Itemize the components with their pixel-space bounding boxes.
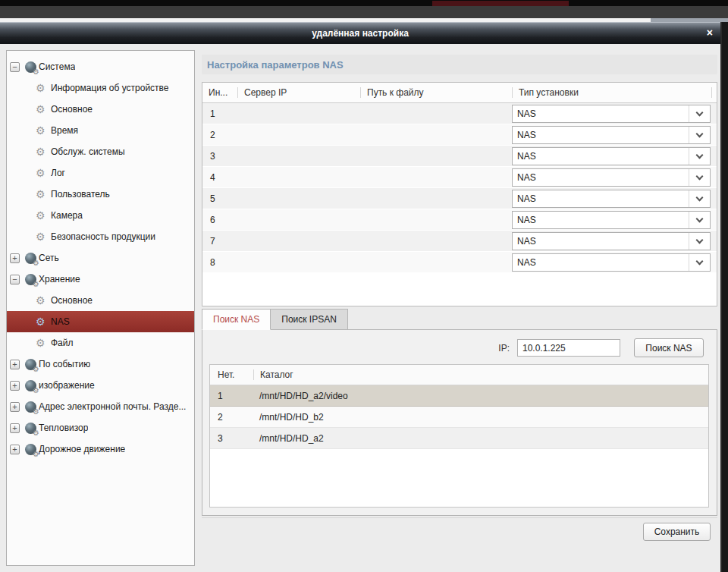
table-row[interactable]: 2 /mnt/HD/HD_b2	[210, 407, 708, 428]
chevron-down-icon[interactable]	[689, 169, 710, 186]
mount-type-dropdown[interactable]: NAS	[512, 147, 711, 165]
table-row[interactable]: 8 NAS	[202, 252, 717, 273]
chevron-down-icon[interactable]	[689, 212, 710, 228]
sidebar-item-label: Хранение	[39, 274, 80, 284]
expand-icon[interactable]: +	[10, 360, 20, 369]
expand-icon[interactable]: +	[10, 253, 20, 263]
close-icon[interactable]: ×	[707, 27, 713, 38]
gear-icon: ⚙	[33, 365, 39, 373]
mount-type-dropdown[interactable]: NAS	[512, 232, 711, 250]
sidebar-item-label: Дорожное движение	[39, 444, 125, 454]
gear-icon: ⚙	[36, 316, 46, 327]
save-button[interactable]: Сохранить	[643, 523, 711, 541]
gear-icon: ⚙	[33, 280, 39, 288]
table-row[interactable]: 1 /mnt/HD/HD_a2/video	[210, 385, 708, 407]
table-row[interactable]: 2 NAS	[202, 124, 717, 146]
sidebar-item-label: Пользователь	[51, 189, 110, 200]
main-panel: Настройка параметров NAS Ин... Сервер IP…	[202, 44, 717, 572]
tab-search-ipsan[interactable]: Поиск IPSAN	[271, 309, 348, 330]
sidebar-item-storage[interactable]: − ⚙ Хранение	[7, 269, 194, 290]
table-row[interactable]: 5 NAS	[202, 188, 717, 209]
expand-icon[interactable]: +	[10, 402, 20, 412]
table-row[interactable]: 1 NAS	[202, 103, 717, 124]
dialog-title: удалённая настройка	[0, 28, 720, 39]
collapse-icon[interactable]: −	[10, 275, 20, 284]
collapse-icon[interactable]: −	[10, 62, 20, 72]
chevron-down-icon[interactable]	[689, 190, 710, 207]
background-app-bar	[0, 0, 728, 22]
category-icon: ⚙	[25, 423, 36, 434]
expand-icon[interactable]: +	[10, 423, 20, 433]
sidebar-item-label: Камера	[51, 210, 83, 221]
table-row[interactable]: 3 /mnt/HD/HD_a2	[210, 428, 708, 449]
expand-icon[interactable]: +	[10, 445, 20, 454]
sidebar-item-email[interactable]: + ⚙ Адрес электронной почты. Разде...	[7, 396, 194, 417]
category-icon: ⚙	[25, 274, 36, 285]
gear-icon: ⚙	[33, 407, 39, 416]
table-row[interactable]: 7 NAS	[202, 231, 717, 252]
sidebar-item-label: Основное	[51, 104, 93, 115]
sidebar-item-file[interactable]: ⚙ Файл	[7, 332, 194, 354]
search-nas-button[interactable]: Поиск NAS	[634, 338, 704, 357]
sidebar-item-thermal[interactable]: + ⚙ Тепловизор	[7, 417, 194, 438]
sidebar-item-image[interactable]: + ⚙ изображение	[7, 375, 194, 396]
category-icon: ⚙	[25, 444, 36, 455]
sidebar-item-traffic[interactable]: + ⚙ Дорожное движение	[7, 438, 194, 460]
table-row[interactable]: 3 NAS	[202, 146, 717, 167]
sidebar-item-network[interactable]: + ⚙ Сеть	[7, 247, 194, 269]
sidebar-item-nas[interactable]: ⚙ NAS	[7, 311, 194, 332]
sidebar-item-general[interactable]: ⚙ Основное	[7, 99, 194, 120]
gear-icon: ⚙	[36, 295, 46, 306]
sidebar-item-system-maintenance[interactable]: ⚙ Обслуж. системы	[7, 141, 194, 162]
row-index: 4	[202, 172, 512, 183]
sidebar-item-camera[interactable]: ⚙ Камера	[7, 205, 194, 226]
mount-type-dropdown[interactable]: NAS	[512, 211, 711, 229]
column-header-directory: Каталог	[253, 369, 708, 380]
dropdown-value: NAS	[513, 215, 689, 225]
mount-type-dropdown[interactable]: NAS	[512, 253, 711, 272]
tab-label: Поиск NAS	[213, 314, 259, 325]
dialog-titlebar[interactable]: удалённая настройка ×	[0, 22, 720, 44]
chevron-down-icon[interactable]	[689, 233, 710, 250]
chevron-down-icon[interactable]	[689, 127, 710, 143]
tab-label: Поиск IPSAN	[281, 314, 337, 325]
chevron-down-icon[interactable]	[689, 254, 710, 271]
gear-icon: ⚙	[36, 146, 46, 157]
sidebar-item-label: По событию	[39, 359, 90, 369]
table-row[interactable]: 6 NAS	[202, 209, 717, 231]
dropdown-value: NAS	[513, 236, 689, 247]
row-index: 7	[202, 236, 512, 247]
sidebar-item-user[interactable]: ⚙ Пользователь	[7, 184, 194, 205]
gear-icon: ⚙	[33, 68, 39, 76]
mount-type-dropdown[interactable]: NAS	[512, 105, 711, 123]
divider	[202, 517, 717, 518]
nas-directory-table: Нет. Каталог 1 /mnt/HD/HD_a2/video 2 /mn…	[209, 364, 709, 508]
sidebar-item-device-info[interactable]: ⚙ Информация об устройстве	[7, 77, 194, 99]
sidebar-item-event[interactable]: + ⚙ По событию	[7, 354, 194, 375]
row-index: 1	[202, 108, 512, 119]
chevron-down-icon[interactable]	[689, 105, 710, 122]
row-index: 3	[202, 151, 512, 162]
mount-type-dropdown[interactable]: NAS	[512, 168, 711, 187]
table-header: Ин... Сервер IP Путь к файлу Тип установ…	[202, 83, 717, 103]
mount-type-dropdown[interactable]: NAS	[512, 126, 711, 144]
sidebar-item-security[interactable]: ⚙ Безопасность продукции	[7, 226, 194, 247]
search-nas-panel: IP: Поиск NAS Нет. Каталог 1 /mnt/HD/HD_…	[202, 329, 717, 516]
column-header-no: Нет.	[210, 369, 253, 380]
sidebar-item-log[interactable]: ⚙ Лог	[7, 162, 194, 184]
dropdown-value: NAS	[513, 193, 689, 204]
category-icon: ⚙	[25, 380, 36, 391]
sidebar-item-system[interactable]: − ⚙ Система	[7, 56, 194, 77]
tab-search-nas[interactable]: Поиск NAS	[202, 309, 271, 330]
dropdown-value: NAS	[513, 151, 689, 162]
expand-icon[interactable]: +	[10, 381, 20, 391]
dropdown-value: NAS	[513, 130, 689, 140]
table-row[interactable]: 4 NAS	[202, 167, 717, 188]
ip-input[interactable]	[517, 339, 620, 357]
gear-icon: ⚙	[33, 386, 39, 394]
gear-icon: ⚙	[36, 168, 46, 178]
chevron-down-icon[interactable]	[689, 148, 710, 165]
mount-type-dropdown[interactable]: NAS	[512, 190, 711, 208]
sidebar-item-storage-general[interactable]: ⚙ Основное	[7, 290, 194, 311]
sidebar-item-time[interactable]: ⚙ Время	[7, 120, 194, 141]
